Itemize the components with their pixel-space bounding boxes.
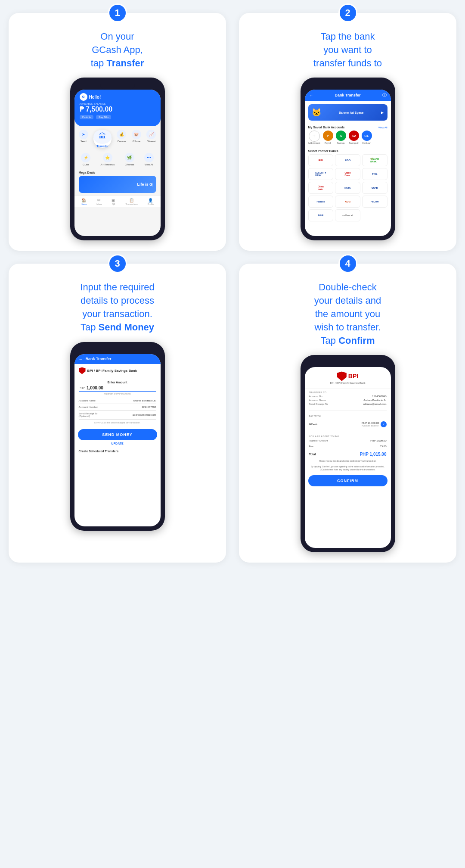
view-all-link[interactable]: View All <box>378 126 388 129</box>
nav-home[interactable]: 🏠Home <box>81 198 87 205</box>
divider-2 <box>309 431 387 431</box>
gforest-action[interactable]: 🌿 GForest <box>125 153 134 166</box>
nav-inbox[interactable]: ✉Inbox <box>96 198 102 205</box>
screen-bank-transfer-list: ← Bank Transfer ⓘ 🐱 Banner Ad Space ▶ My… <box>305 90 391 236</box>
add-account-button[interactable]: + Add Account <box>308 131 320 144</box>
savings-avatar: S <box>336 131 346 141</box>
screen-gcash-home: G Hello! AVAILABLE BALANCE ₱ 7,500.00 Ca… <box>74 90 161 236</box>
transfer-to-title: TRANSFER TO <box>309 391 387 394</box>
pay-with-title: PAY WITH <box>309 415 387 417</box>
bank-pbcom[interactable]: PBCOM <box>362 196 388 208</box>
step-3-card: 3 Input the required details to process … <box>9 264 226 563</box>
bank-aub[interactable]: AUB <box>335 196 360 208</box>
payroll-account[interactable]: P Payroll <box>323 131 333 144</box>
phone-mockup-4: BPI BPI / BPI Family Savings Bank TRANSF… <box>301 355 395 552</box>
bank-pnb[interactable]: PNB <box>362 168 388 180</box>
send-receipt-value[interactable]: address@email.com <box>133 414 156 416</box>
info-icon[interactable]: ⓘ <box>382 92 387 98</box>
bank-ucpb[interactable]: UCPB <box>362 182 388 194</box>
notice-1: Please review the details before confirm… <box>305 458 391 464</box>
banner-text: Banner Ad Space <box>339 111 364 114</box>
view-all-banks[interactable]: ···View all <box>335 209 360 221</box>
step-2-badge: 2 <box>338 3 357 22</box>
screen3-title: Bank Transfer <box>86 357 112 361</box>
send-money-button[interactable]: SEND MONEY <box>78 429 157 440</box>
php-label: PHP <box>79 386 85 389</box>
saved-accounts-title: My Saved Bank Accounts <box>308 126 345 129</box>
bank-bpi[interactable]: BPI <box>308 154 334 166</box>
screen-confirm: BPI BPI / BPI Family Savings Bank TRANSF… <box>305 367 391 548</box>
nav-profile[interactable]: 👤Profile <box>148 198 154 205</box>
bank-chinabank[interactable]: Chinabank <box>308 182 334 194</box>
savings2-account[interactable]: S2 Savings 2 <box>349 131 359 144</box>
nav-qr[interactable]: ▣QR <box>112 198 115 205</box>
banner-arrow: ▶ <box>381 111 384 115</box>
savings-account[interactable]: S Savings <box>336 131 346 144</box>
greeting-text: Hello! <box>89 95 101 100</box>
carloan-account[interactable]: CL Car Loan <box>362 131 372 144</box>
transfer-amount-label: Transfer Amount <box>309 439 328 442</box>
acct-no-label: Account No. <box>309 395 323 398</box>
bank-rcbc[interactable]: RCBC <box>335 182 360 194</box>
gsave-action[interactable]: 🐷 GSave <box>132 130 141 148</box>
send-action[interactable]: ➤ Send <box>79 130 88 148</box>
account-name-value[interactable]: Andres Bonifacio Jr. <box>133 399 156 402</box>
notice-2: By tapping 'Confirm', you are agreeing t… <box>305 464 391 473</box>
update-button[interactable]: UPDATE <box>74 442 161 445</box>
mega-deals-label: Mega Deals <box>79 171 156 174</box>
bpi-shield-icon-3 <box>79 367 86 374</box>
savings2-avatar: S2 <box>349 131 359 141</box>
phone-notch-4 <box>331 359 365 367</box>
receipt-value-4: address@email.com <box>363 403 387 405</box>
fee-label-4: Fee <box>309 445 313 448</box>
transfer-action[interactable]: 🏛 Transfer <box>93 130 112 148</box>
step-1-badge: 1 <box>108 3 127 22</box>
bank-sub-4: BPI / BPI Family Savings Bank <box>330 382 365 384</box>
mega-deals-banner[interactable]: Life is G| <box>79 176 156 193</box>
step-4-card: 4 Double-check your details and the amou… <box>239 264 456 563</box>
step-4-title: Double-check your details and the amount… <box>314 281 381 347</box>
bank-security[interactable]: SECURITYBANK <box>308 168 334 180</box>
pay-sub: Available Balance <box>362 424 379 427</box>
ginvest-action[interactable]: 📈 GInvest <box>146 130 156 148</box>
send-receipt-label: Send Receipt To (Optional) <box>79 412 98 417</box>
account-number-label: Account Number <box>79 406 98 408</box>
balance-amount: ₱ 7,500.00 <box>80 105 155 113</box>
fee-value-4: 15.00 <box>380 445 386 448</box>
scheduled-transfers[interactable]: Create Scheduled Transfers <box>74 447 161 455</box>
amount-value[interactable]: 1,000.00 <box>87 386 103 390</box>
partner-banks-title: Select Partner Banks <box>308 149 388 152</box>
back-button-3[interactable]: ← <box>79 357 83 361</box>
screen-send-money: ← Bank Transfer BPI / BPI Family Savings… <box>74 354 161 526</box>
fee-note: A PHP 15.00 fee will be charged per tran… <box>79 421 156 424</box>
bank-bdo[interactable]: BDO <box>335 154 360 166</box>
back-button[interactable]: ← <box>309 93 313 98</box>
step-1-card: 1 On yourGCash App,tap Transfer G Hello!… <box>9 13 226 251</box>
phone-mockup-3: ← Bank Transfer BPI / BPI Family Savings… <box>70 342 165 531</box>
acct-name-value: Andres Bonifacio Jr. <box>363 399 386 401</box>
about-to-pay-title: YOU ARE ABOUT TO PAY <box>309 435 387 438</box>
total-label: Total <box>309 453 316 456</box>
account-number-value[interactable]: 1234567890 <box>142 406 156 408</box>
total-value: PHP 1,015.00 <box>360 452 386 457</box>
nav-transactions[interactable]: 📋Transactions <box>125 198 137 205</box>
viewall-action[interactable]: ••• View All <box>144 153 154 166</box>
acct-name-label: Account Name <box>309 399 326 401</box>
acct-no-value: 1234567890 <box>372 395 386 398</box>
add-icon: + <box>309 131 320 142</box>
bpi-shield-icon-4 <box>337 371 347 381</box>
bank-dbp[interactable]: DBP <box>308 209 334 221</box>
arewards-action[interactable]: ⭐ A+ Rewards <box>100 153 115 166</box>
account-name-label: Account Name <box>79 399 96 402</box>
bank-unionbank[interactable]: UnionBank <box>335 168 360 180</box>
bank-psbank[interactable]: PSBank <box>308 196 334 208</box>
step-2-title: Tap the bank you want to transfer funds … <box>313 30 382 70</box>
bank-landbank[interactable]: 🌿LANDBANK <box>362 154 388 166</box>
borrow-action[interactable]: 💰 Borrow <box>117 130 126 148</box>
pay-method-label: GCash <box>309 423 317 426</box>
step-3-title: Input the required details to process yo… <box>80 281 154 334</box>
carloan-avatar: CL <box>362 131 372 141</box>
confirm-button[interactable]: CONFIRM <box>308 475 388 486</box>
enter-amount-label: Enter Amount <box>79 381 156 384</box>
glite-action[interactable]: ⚡ GLite <box>81 153 90 166</box>
